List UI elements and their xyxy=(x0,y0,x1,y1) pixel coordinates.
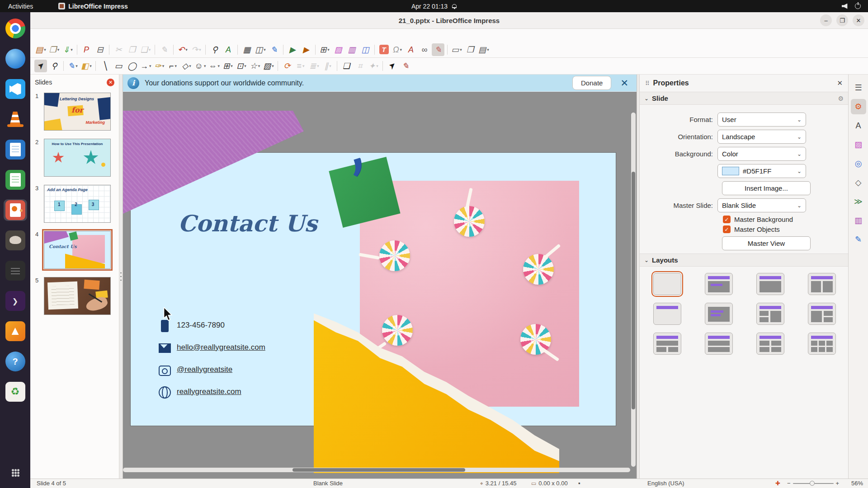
distribute-icon[interactable]: ∥ xyxy=(321,60,334,72)
notification-action-button[interactable]: Donate xyxy=(572,76,611,90)
dock-show-apps-icon[interactable] xyxy=(4,462,27,483)
zoom-pan-icon[interactable]: ⚲ xyxy=(48,60,61,72)
properties-close-icon[interactable]: ✕ xyxy=(837,79,843,87)
insert-chart-icon[interactable]: ◫ xyxy=(359,43,372,56)
tab-styles[interactable]: A xyxy=(851,118,866,133)
display-views-icon[interactable]: ◫ xyxy=(254,43,267,56)
slide-thumbnail-image[interactable]: How to Use This Presentation xyxy=(44,139,111,177)
menu-item[interactable] xyxy=(54,34,63,37)
rotate-icon[interactable]: ⟳ xyxy=(281,60,293,72)
menu-item[interactable] xyxy=(72,34,81,37)
slide-thumbnail-2[interactable]: 2 How to Use This Presentation xyxy=(31,139,116,177)
document-modified-icon[interactable]: ▪ xyxy=(578,480,580,487)
background-dropdown[interactable]: Color ⌄ xyxy=(717,147,806,161)
toolbar-icon[interactable] xyxy=(109,45,109,55)
arrange-icon[interactable]: ≣ xyxy=(308,60,321,72)
toolbar-icon[interactable] xyxy=(278,61,278,71)
layout-content-over-two-content[interactable] xyxy=(653,333,681,355)
slide-thumbnail-image[interactable]: Add an Agenda Page 1 2 3 xyxy=(44,185,111,223)
layout-content-left-two-content-right[interactable] xyxy=(808,303,836,325)
notification-close-icon[interactable]: ✕ xyxy=(617,78,632,89)
3d-objects-icon[interactable]: ▧ xyxy=(262,60,275,72)
dock-gimp-icon[interactable] xyxy=(4,230,27,251)
format-dropdown[interactable]: User ⌄ xyxy=(717,113,806,127)
layout-four-content[interactable] xyxy=(756,333,784,355)
dock-impress-icon[interactable] xyxy=(4,199,27,221)
slide-thumbnail-1[interactable]: 1 Lettering Designs for Marketing xyxy=(31,93,116,131)
show-draw-functions-icon[interactable]: ✎ xyxy=(432,43,444,56)
minimize-button[interactable]: – xyxy=(820,14,832,26)
crop-icon[interactable]: ⌗ xyxy=(354,60,366,72)
master-objects-checkbox[interactable]: ✓ xyxy=(723,225,731,233)
layout-title-two-content[interactable] xyxy=(808,273,836,295)
start-from-current-slide-icon[interactable]: ▶ xyxy=(300,43,312,56)
slide-thumbnail-3[interactable]: 3 Add an Agenda Page 1 2 3 xyxy=(31,185,116,223)
save-icon[interactable]: ⇓ xyxy=(61,43,74,56)
contact-text[interactable]: 123-456-7890 xyxy=(177,321,225,330)
tab-slide-transition[interactable]: ≫ xyxy=(851,194,866,209)
menu-item[interactable] xyxy=(81,34,90,37)
menu-item[interactable] xyxy=(117,34,126,37)
stars-banners-icon[interactable]: ☆ xyxy=(249,60,261,72)
menu-item[interactable] xyxy=(90,34,99,37)
insert-textbox-icon[interactable]: T xyxy=(377,43,390,56)
dock-terminal-icon[interactable]: ❯ xyxy=(4,290,27,312)
fill-color-icon[interactable]: ◧ xyxy=(80,60,93,72)
contact-text[interactable]: @reallygreatsite xyxy=(177,365,232,374)
menu-item[interactable] xyxy=(99,34,108,37)
slide-thumbnail-4[interactable]: 4 Contact Us xyxy=(31,231,116,269)
slide-thumbnail-image[interactable]: Contact Us xyxy=(44,231,111,269)
panel-splitter[interactable] xyxy=(119,75,123,479)
toolbar-icon[interactable] xyxy=(205,45,206,55)
titlebar[interactable]: 21_0.pptx - LibreOffice Impress – ❐ ✕ xyxy=(30,12,868,29)
tab-gallery[interactable]: ▨ xyxy=(851,137,866,152)
toolbar-icon[interactable] xyxy=(447,45,448,55)
slide-canvas[interactable]: i Help us make LibreOffice even better! … xyxy=(123,75,637,479)
hyperlink-icon[interactable]: ∞ xyxy=(418,43,431,56)
master-objects-checkbox-row[interactable]: ✓ Master Objects xyxy=(723,225,848,233)
shadow-icon[interactable]: ❏ xyxy=(340,60,353,72)
duplicate-slide-icon[interactable]: ❐ xyxy=(464,43,476,56)
contact-list[interactable]: 123-456-7890 hello@reallygreatsite.com @… xyxy=(159,314,265,403)
layouts-section-header[interactable]: ⌄ Layouts xyxy=(640,253,848,267)
cut-icon[interactable]: ✂ xyxy=(112,43,125,56)
zoom-level-status[interactable]: 56% xyxy=(851,480,863,487)
lines-arrows-icon[interactable]: → xyxy=(139,60,152,72)
toolbar-icon[interactable] xyxy=(237,45,238,55)
new-presentation-icon[interactable]: ▤ xyxy=(34,43,47,56)
background-color-dropdown[interactable]: #D5F1FF ⌄ xyxy=(717,164,806,178)
insert-image-button[interactable]: Insert Image... xyxy=(722,181,811,195)
insert-media-icon[interactable]: ▥ xyxy=(345,43,358,56)
tab-navigator[interactable]: ◎ xyxy=(851,156,866,171)
insert-line-icon[interactable]: ╲ xyxy=(99,60,111,72)
slide-thumbnail-image[interactable] xyxy=(44,277,111,315)
find-replace-icon[interactable]: ⚲ xyxy=(208,43,221,56)
toolbar-icon[interactable] xyxy=(374,45,375,55)
close-button[interactable]: ✕ xyxy=(853,14,864,26)
redo-icon[interactable]: ↷ xyxy=(190,43,203,56)
toolbar-icon[interactable] xyxy=(315,45,316,55)
paste-icon[interactable]: ❑ xyxy=(139,43,152,56)
layout-title-content[interactable] xyxy=(705,273,733,295)
fontwork-icon[interactable]: A xyxy=(405,43,417,56)
master-background-checkbox[interactable]: ✓ xyxy=(723,216,731,223)
symbol-shapes-icon[interactable]: ☺ xyxy=(194,60,207,72)
master-slide-status[interactable]: Blank Slide xyxy=(313,480,343,487)
layout-title-only[interactable] xyxy=(653,303,681,325)
toolbar-icon[interactable] xyxy=(63,61,64,71)
dock-calc-icon[interactable] xyxy=(4,169,27,191)
block-arrows-icon[interactable]: ⇔ xyxy=(208,60,221,72)
special-character-icon[interactable]: Ω xyxy=(391,43,404,56)
current-app-menu[interactable]: LibreOffice Impress xyxy=(58,3,128,10)
master-slide-dropdown[interactable]: Blank Slide ⌄ xyxy=(717,198,806,212)
undo-icon[interactable]: ↶ xyxy=(176,43,189,56)
zoom-slider[interactable]: − + xyxy=(787,480,839,487)
layout-title-content-large[interactable] xyxy=(756,273,784,295)
basic-shapes-icon[interactable]: ◇ xyxy=(180,60,193,72)
dock-help-icon[interactable]: ? xyxy=(4,351,27,372)
layout-blank[interactable] xyxy=(653,273,681,295)
ellipse-icon[interactable]: ◯ xyxy=(126,60,138,72)
contact-email[interactable]: hello@reallygreatsite.com xyxy=(159,336,265,358)
insert-table-icon[interactable]: ⊞ xyxy=(318,43,331,56)
line-color-icon[interactable]: ✎ xyxy=(66,60,79,72)
